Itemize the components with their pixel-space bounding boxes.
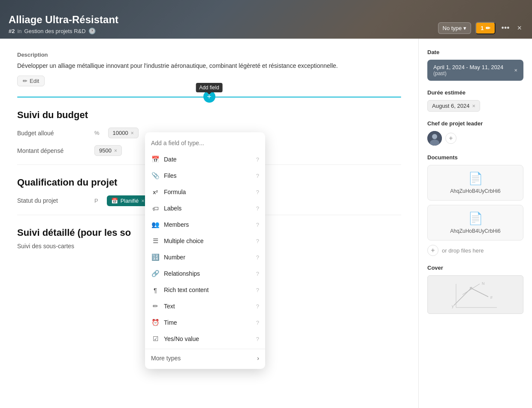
- svg-text:N: N: [482, 281, 485, 286]
- chef-section-title: Chef de projet leader: [427, 120, 523, 127]
- add-chef-button[interactable]: +: [445, 133, 456, 144]
- document-name-1: AhqZuHoB4UyCrbHi6: [434, 188, 517, 194]
- dropdown-item-rich-text[interactable]: ¶ Rich text content ?: [145, 282, 265, 298]
- duree-remove-button[interactable]: ×: [472, 103, 475, 109]
- document-name-2: AhqZuHoB4UyCrbHi6: [434, 228, 517, 234]
- calendar-badge-icon: 📅: [111, 198, 118, 204]
- cover-image: y F N: [450, 280, 501, 310]
- upload-button[interactable]: +: [427, 245, 438, 256]
- help-icon-formula: ?: [256, 189, 259, 195]
- text-icon: ✏: [151, 302, 160, 311]
- project-name: Gestion des projets R&D: [24, 28, 86, 34]
- help-icon-relationships: ?: [256, 271, 259, 277]
- help-icon-number: ?: [256, 254, 259, 261]
- help-icon-rich-text: ?: [256, 287, 259, 293]
- dropdown-label-time: Time: [164, 319, 177, 326]
- formula-icon: x²: [151, 188, 160, 196]
- svg-point-6: [470, 287, 472, 289]
- field-type-search-input[interactable]: [151, 140, 259, 146]
- date-range-value: April 1, 2024 - May 11, 2024: [433, 64, 503, 70]
- help-icon-labels: ?: [256, 205, 259, 212]
- cover-section: Cover y F N: [427, 265, 523, 314]
- dropdown-item-files[interactable]: 📎 Files ?: [145, 167, 265, 184]
- spent-remove-button[interactable]: ×: [114, 148, 117, 154]
- add-field-divider: Add field +: [17, 97, 401, 97]
- help-icon-multiple-choice: ?: [256, 238, 259, 244]
- upload-label: or drop files here: [442, 247, 484, 254]
- statut-remove-button[interactable]: ×: [141, 198, 145, 204]
- dropdown-item-multiple-choice[interactable]: ☰ Multiple choice ?: [145, 233, 265, 249]
- page-title: Alliage Ultra-Résistant: [9, 14, 438, 26]
- time-icon: ⏰: [151, 318, 160, 327]
- svg-text:F: F: [490, 295, 493, 300]
- main-layout: Description Développer un alliage métall…: [0, 39, 532, 408]
- badge-label: 1: [481, 25, 484, 31]
- chevron-down-icon: ▾: [463, 25, 466, 31]
- dropdown-label-multiple-choice: Multiple choice: [164, 237, 204, 244]
- dropdown-item-relationships[interactable]: 🔗 Relationships ?: [145, 265, 265, 282]
- chef-row: +: [427, 131, 523, 146]
- avatar[interactable]: [427, 131, 442, 146]
- in-text: in: [17, 28, 21, 34]
- svg-point-1: [432, 134, 437, 139]
- more-types-item[interactable]: More types ›: [145, 351, 265, 365]
- date-remove-button[interactable]: ×: [514, 67, 517, 73]
- right-sidebar: Date April 1, 2024 - May 11, 2024 (past)…: [418, 39, 532, 408]
- help-icon-yesno: ?: [256, 336, 259, 342]
- clock-icon: 🕐: [88, 27, 96, 34]
- close-button[interactable]: ×: [515, 22, 523, 34]
- description-label: Description: [17, 52, 401, 58]
- calendar-icon: 📅: [151, 155, 160, 164]
- statut-prefix: P: [94, 198, 98, 204]
- dropdown-item-text[interactable]: ✏ Text ?: [145, 298, 265, 314]
- rich-text-icon: ¶: [151, 286, 160, 294]
- budget-remove-button[interactable]: ×: [131, 130, 134, 136]
- badge-button[interactable]: 1 ✏: [475, 22, 495, 34]
- document-icon-1: 📄: [434, 171, 517, 186]
- add-field-tooltip: Add field: [196, 83, 223, 92]
- budget-label: Budget alloué: [17, 130, 86, 137]
- field-type-dropdown: 📅 Date ? 📎 Files ? x² Formula ? 🏷 Labels…: [145, 132, 265, 369]
- spent-label: Montant dépensé: [17, 147, 86, 154]
- svg-line-4: [471, 288, 488, 297]
- help-icon-text: ?: [256, 303, 259, 310]
- dropdown-item-number[interactable]: 🔢 Number ?: [145, 249, 265, 265]
- pencil-icon: ✏: [23, 78, 27, 84]
- multiple-choice-icon: ☰: [151, 237, 160, 245]
- document-card-2[interactable]: 📄 AhqZuHoB4UyCrbHi6: [427, 205, 523, 241]
- dropdown-item-labels[interactable]: 🏷 Labels ?: [145, 200, 265, 216]
- budget-heading: Suivi du budget: [17, 110, 401, 121]
- members-icon: 👥: [151, 220, 160, 229]
- budget-value: 10000: [113, 130, 128, 136]
- labels-icon: 🏷: [151, 204, 160, 213]
- spent-value-chip[interactable]: 9500 ×: [94, 145, 122, 156]
- dropdown-item-yesno[interactable]: ☑ Yes/No value ?: [145, 331, 265, 347]
- relationships-icon: 🔗: [151, 269, 160, 278]
- budget-value-chip[interactable]: 10000 ×: [108, 128, 139, 138]
- help-icon-date: ?: [256, 156, 259, 163]
- yesno-icon: ☑: [151, 335, 160, 343]
- more-options-button[interactable]: •••: [500, 22, 511, 34]
- dropdown-label-members: Members: [164, 221, 189, 228]
- dropdown-label-formula: Formula: [164, 189, 186, 195]
- dropdown-item-formula[interactable]: x² Formula ?: [145, 184, 265, 200]
- spent-value: 9500: [99, 147, 112, 154]
- duree-section-title: Durée estimée: [427, 89, 523, 96]
- dropdown-item-members[interactable]: 👥 Members ?: [145, 216, 265, 233]
- help-icon-members: ?: [256, 222, 259, 228]
- files-icon: 📎: [151, 171, 160, 180]
- dropdown-item-time[interactable]: ⏰ Time ?: [145, 314, 265, 331]
- duree-chip[interactable]: August 6, 2024 ×: [427, 100, 480, 112]
- header-actions: No type ▾ 1 ✏ ••• ×: [438, 22, 523, 34]
- no-type-button[interactable]: No type ▾: [438, 22, 472, 34]
- statut-chip[interactable]: 📅 Planifié ×: [107, 195, 149, 206]
- duree-value: August 6, 2024: [432, 103, 469, 109]
- statut-value: Planifié: [121, 198, 139, 204]
- date-section-title: Date: [427, 49, 523, 55]
- description-text: Développer un alliage métallique innovan…: [17, 61, 401, 70]
- edit-button[interactable]: ✏ Edit: [17, 76, 45, 86]
- help-icon-files: ?: [256, 173, 259, 179]
- document-icon-2: 📄: [434, 211, 517, 225]
- document-card-1[interactable]: 📄 AhqZuHoB4UyCrbHi6: [427, 165, 523, 201]
- dropdown-item-date[interactable]: 📅 Date ?: [145, 151, 265, 167]
